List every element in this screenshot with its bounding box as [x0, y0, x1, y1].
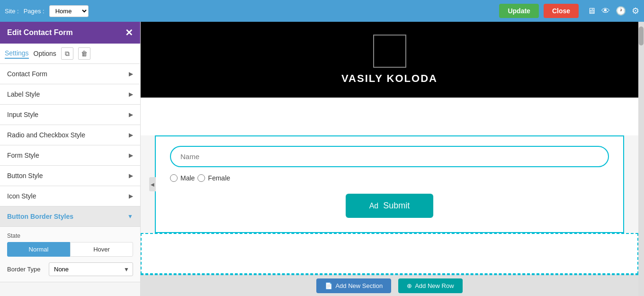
hero-section: VASILY KOLODA: [141, 22, 638, 98]
radio-row: Male Female: [170, 174, 609, 182]
accordion-header-icon-style[interactable]: Icon Style ▶: [0, 186, 140, 206]
accordion-label-button-style: Button Style: [7, 172, 43, 179]
accordion-label-radio-checkbox: Radio and Checkbox Style: [7, 131, 85, 139]
bottom-bar: 📄 Add New Section ⊕ Add New Row: [141, 274, 638, 296]
collapse-arrow-icon[interactable]: ◀: [149, 177, 156, 191]
accordion-arrow-input-style: ▶: [129, 111, 133, 118]
eye-icon[interactable]: 👁: [601, 6, 610, 16]
submit-wrap: Ad Submit: [170, 194, 609, 218]
add-row-label: Add New Row: [415, 282, 454, 289]
submit-label: Submit: [383, 201, 410, 211]
accordion-header-contact-form[interactable]: Contact Form ▶: [0, 64, 140, 84]
accordion-label-contact-form: Contact Form: [7, 70, 47, 78]
tab-settings[interactable]: Settings: [5, 48, 29, 59]
add-section-icon: 📄: [325, 282, 332, 289]
pages-select[interactable]: Home About Contact: [49, 5, 89, 17]
accordion-list: Contact Form ▶ Label Style ▶ Input Style…: [0, 64, 140, 296]
hero-name: VASILY KOLODA: [341, 72, 438, 85]
accordion-contact-form: Contact Form ▶: [0, 64, 140, 84]
form-wrapper: ◀ Male Female Ad Submit: [141, 135, 638, 233]
right-scrollbar[interactable]: [638, 22, 644, 296]
top-bar: Site : Pages : Home About Contact Update…: [0, 0, 644, 22]
border-type-row: Border Type None Solid Dashed Dotted Dou…: [7, 262, 133, 276]
name-input[interactable]: [170, 146, 609, 167]
accordion-label-form-style: Form Style: [7, 152, 39, 159]
add-row-icon: ⊕: [407, 282, 412, 289]
canvas-area: VASILY KOLODA ◀ Male Female: [141, 22, 638, 274]
tab-options[interactable]: Options: [34, 49, 56, 58]
accordion-radio-checkbox: Radio and Checkbox Style ▶: [0, 125, 140, 145]
pages-label: Pages :: [24, 8, 45, 15]
add-section-label: Add New Section: [335, 282, 383, 289]
radio-female[interactable]: [197, 174, 205, 182]
form-section: ◀ Male Female Ad Submit: [155, 135, 624, 233]
history-icon[interactable]: 🕐: [616, 6, 626, 16]
left-panel: Edit Contact Form ✕ Settings Options ⧉ 🗑…: [0, 22, 141, 296]
empty-dashed-section: [141, 233, 638, 274]
state-label: State: [7, 233, 133, 239]
accordion-arrow-radio-checkbox: ▶: [129, 132, 133, 138]
accordion-button-style: Button Style ▶: [0, 166, 140, 186]
site-label: Site :: [5, 8, 19, 15]
accordion-label-style: Label Style ▶: [0, 84, 140, 105]
border-type-label: Border Type: [7, 266, 45, 273]
submit-button[interactable]: Ad Submit: [346, 194, 434, 218]
accordion-header-input-style[interactable]: Input Style ▶: [0, 105, 140, 125]
top-bar-icons: 🖥 👁 🕐 ⚙: [587, 6, 639, 16]
accordion-label-button-border-styles: Button Border Styles: [7, 213, 73, 220]
accordion-arrow-contact-form: ▶: [129, 71, 133, 77]
trash-icon[interactable]: 🗑: [78, 47, 90, 60]
spacer-section: [141, 98, 638, 135]
add-row-button[interactable]: ⊕ Add New Row: [398, 278, 462, 293]
accordion-label-input-style: Input Style: [7, 111, 38, 118]
accordion-input-style: Input Style ▶: [0, 105, 140, 125]
accordion-arrow-button-border-styles: ▼: [127, 213, 133, 220]
state-hover-button[interactable]: Hover: [70, 242, 133, 257]
panel-header: Edit Contact Form ✕: [0, 22, 140, 44]
accordion-header-radio-checkbox[interactable]: Radio and Checkbox Style ▶: [0, 125, 140, 145]
structure-icon[interactable]: ⚙: [632, 6, 639, 16]
accordion-arrow-button-style: ▶: [129, 172, 133, 179]
expanded-button-border-section: State Normal Hover Border Type None Soli…: [0, 226, 140, 282]
accordion-label-icon-style: Icon Style: [7, 192, 36, 200]
scrollbar-thumb: [639, 27, 644, 45]
desktop-icon[interactable]: 🖥: [587, 6, 596, 16]
state-normal-button[interactable]: Normal: [7, 242, 70, 257]
accordion-header-button-style[interactable]: Button Style ▶: [0, 166, 140, 186]
border-type-select[interactable]: None Solid Dashed Dotted Double: [49, 262, 133, 276]
accordion-icon-style: Icon Style ▶: [0, 186, 140, 206]
accordion-arrow-form-style: ▶: [129, 152, 133, 159]
copy-icon[interactable]: ⧉: [61, 47, 73, 60]
panel-close-icon[interactable]: ✕: [125, 27, 133, 38]
close-button[interactable]: Close: [544, 4, 579, 18]
accordion-header-label-style[interactable]: Label Style ▶: [0, 84, 140, 104]
update-button[interactable]: Update: [499, 4, 538, 18]
accordion-arrow-label-style: ▶: [129, 91, 133, 98]
accordion-label-label-style: Label Style: [7, 90, 40, 98]
accordion-arrow-icon-style: ▶: [129, 193, 133, 199]
accordion-form-style: Form Style ▶: [0, 145, 140, 166]
border-type-select-wrap: None Solid Dashed Dotted Double ▼: [49, 262, 133, 276]
add-section-button[interactable]: 📄 Add New Section: [316, 278, 391, 293]
radio-male-label: Male: [180, 174, 195, 182]
radio-male[interactable]: [170, 174, 178, 182]
main-layout: Edit Contact Form ✕ Settings Options ⧉ 🗑…: [0, 22, 644, 296]
state-buttons: Normal Hover: [7, 242, 133, 257]
accordion-button-border-styles: Button Border Styles ▼ State Normal Hove…: [0, 206, 140, 282]
accordion-header-button-border-styles[interactable]: Button Border Styles ▼: [0, 206, 140, 226]
panel-tabs: Settings Options ⧉ 🗑: [0, 44, 140, 64]
right-content: VASILY KOLODA ◀ Male Female: [141, 22, 638, 296]
submit-ad-icon: Ad: [369, 202, 379, 210]
hero-image: [373, 35, 406, 68]
accordion-header-form-style[interactable]: Form Style ▶: [0, 145, 140, 165]
panel-title: Edit Contact Form: [7, 28, 125, 37]
radio-female-label: Female: [208, 174, 230, 182]
